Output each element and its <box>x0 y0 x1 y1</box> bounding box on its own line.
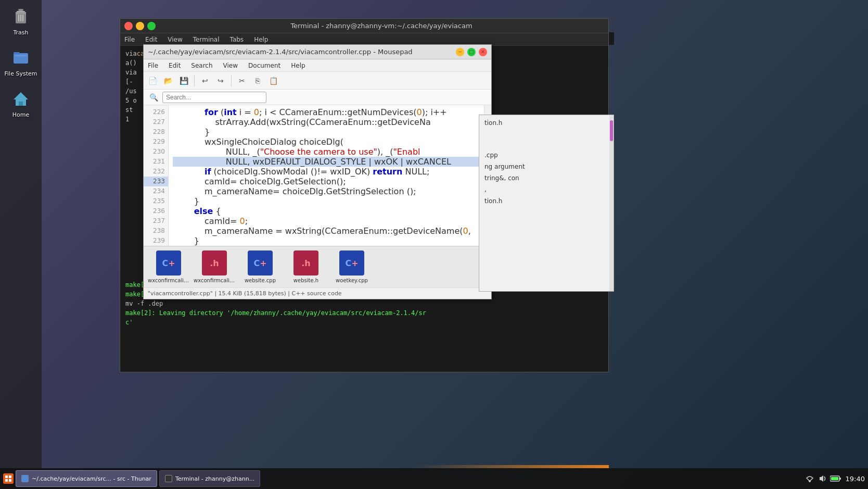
svg-rect-11 <box>19 102 23 106</box>
redo-button[interactable]: ↪ <box>214 74 227 87</box>
line-num-229: 229 <box>144 137 168 147</box>
code-line-233: NULL, wxDEFAULT_DIALOG_STYLE | wxOK | wx… <box>173 157 480 167</box>
network-icon <box>805 474 814 483</box>
trash-icon <box>10 5 32 27</box>
cut-button[interactable]: ✂ <box>235 74 249 87</box>
editor-menu-help[interactable]: Help <box>289 61 307 70</box>
start-button[interactable] <box>3 473 14 484</box>
editor-menu-file[interactable]: File <box>146 61 160 70</box>
taskbar-terminal-label: Terminal - zhanny@zhann... <box>175 475 254 482</box>
file-tab-1[interactable]: .h wxconfirmcalibration <box>194 250 235 283</box>
file-tab-icon-3: .h <box>293 250 318 275</box>
editor-max-button[interactable]: □ <box>467 48 476 56</box>
line-num-237: 237 <box>144 216 168 226</box>
terminal-taskbar-icon <box>165 475 172 482</box>
new-file-button[interactable]: 📄 <box>146 74 159 87</box>
line-num-234: 234 <box>144 186 168 196</box>
editor-min-button[interactable]: − <box>456 48 464 56</box>
editor-menu-view[interactable]: View <box>221 61 240 70</box>
svg-rect-0 <box>17 11 25 12</box>
svg-rect-13 <box>9 475 11 478</box>
volume-icon <box>818 474 827 483</box>
file-tab-icon-0: C+ <box>156 250 181 275</box>
taskbar-thunar-btn[interactable]: ~/.cache/yay/eviacam/src... - src - Thun… <box>16 470 157 487</box>
right-panel-item-5[interactable]: tring&, con <box>481 172 611 184</box>
line-num-228: 228 <box>144 127 168 137</box>
editor-status-text: "viacamcontroller.cpp" | 15.4 KiB (15,81… <box>148 290 342 297</box>
line-numbers: 226 227 228 229 230 231 232 233 234 235 … <box>144 105 169 246</box>
editor-menu-document[interactable]: Document <box>246 61 283 70</box>
code-line-239: } <box>173 196 480 206</box>
thunar-icon <box>21 475 29 482</box>
editor-menu-edit[interactable]: Edit <box>167 61 183 70</box>
right-panel-scrollbar[interactable] <box>609 115 614 291</box>
trash-desktop-icon[interactable]: Trash <box>10 5 32 36</box>
right-panel-list: tion.h .cpp ng argument tring&, con , ti… <box>479 115 614 209</box>
editor-menubar: File Edit Search View Document Help <box>144 59 491 72</box>
trash-label: Trash <box>13 29 28 36</box>
line-num-236: 236 <box>144 206 168 216</box>
search-input[interactable] <box>162 92 266 103</box>
right-panel-item-6[interactable]: , <box>481 184 611 195</box>
right-panel-item-4[interactable]: ng argument <box>481 161 611 172</box>
taskbar-time: 19:40 <box>846 475 865 483</box>
file-tab-label-3: website.h <box>293 278 318 283</box>
svg-rect-19 <box>839 478 841 480</box>
copy-button[interactable]: ⎘ <box>251 74 264 87</box>
svg-rect-1 <box>18 9 23 11</box>
code-line-232: NULL, _("Choose the camera to use"), _("… <box>173 147 480 157</box>
terminal-menu-help[interactable]: Help <box>252 36 270 43</box>
svg-rect-8 <box>14 52 20 54</box>
paste-button[interactable]: 📋 <box>266 74 280 87</box>
terminal-menu-edit[interactable]: Edit <box>143 36 159 43</box>
svg-rect-15 <box>9 479 11 482</box>
editor-win-buttons: − □ ✕ <box>456 48 487 56</box>
line-num-233: 233 <box>144 177 168 186</box>
right-panel-scroll-thumb[interactable] <box>610 120 613 141</box>
line-num-239: 239 <box>144 236 168 246</box>
term-line-12: make[2]: Leaving directory '/home/zhanny… <box>125 308 603 318</box>
editor-title: ~/.cache/yay/eviacam/src/eviacam-2.1.4/s… <box>148 48 456 56</box>
terminal-min-btn[interactable] <box>136 22 144 30</box>
right-panel-item-7[interactable]: tion.h <box>481 195 611 207</box>
term-line-13: c' <box>125 318 603 327</box>
file-tab-0[interactable]: C+ wxconfirmcalibration.c <box>148 250 189 283</box>
filesystem-desktop-icon[interactable]: File System <box>5 46 37 77</box>
right-panel-item-3[interactable]: .cpp <box>481 149 611 161</box>
code-line-238: m_cameraName= choiceDlg.GetStringSelecti… <box>173 186 480 196</box>
svg-rect-12 <box>5 475 8 478</box>
line-num-227: 227 <box>144 117 168 127</box>
right-panel-item-0[interactable]: tion.h <box>481 117 611 129</box>
svg-rect-14 <box>5 479 8 482</box>
taskbar-terminal-btn[interactable]: Terminal - zhanny@zhann... <box>159 470 260 487</box>
terminal-title: Terminal - zhanny@zhanny-vm:~/.cache/yay… <box>159 22 604 30</box>
toolbar-separator-1 <box>194 75 195 86</box>
search-icon[interactable]: 🔍 <box>148 92 159 103</box>
terminal-close-btn[interactable] <box>124 22 133 30</box>
code-line-240: else { <box>173 206 480 216</box>
file-tab-label-4: woetkey.cpp <box>336 278 368 283</box>
line-num-232: 232 <box>144 167 168 177</box>
code-line-231: wxSingleChoiceDialog choiceDlg( <box>173 137 480 147</box>
term-line-11: mv -f .dep <box>125 299 603 308</box>
file-tab-2[interactable]: C+ website.cpp <box>239 250 281 283</box>
save-file-button[interactable]: 💾 <box>177 74 190 87</box>
terminal-menu-view[interactable]: View <box>165 36 184 43</box>
terminal-menu-tabs[interactable]: Tabs <box>228 36 246 43</box>
open-file-button[interactable]: 📂 <box>161 74 175 87</box>
code-content[interactable]: for (int i = 0; i < CCameraEnum::getNumD… <box>169 105 484 246</box>
editor-menu-search[interactable]: Search <box>189 61 214 70</box>
terminal-max-btn[interactable] <box>147 22 156 30</box>
terminal-menu-file[interactable]: File <box>122 36 137 43</box>
terminal-menu-terminal[interactable]: Terminal <box>191 36 222 43</box>
code-line-243: } <box>173 236 480 246</box>
filesystem-label: File System <box>5 70 37 77</box>
taskbar-right: 19:40 <box>805 474 865 483</box>
file-tab-3[interactable]: .h website.h <box>285 250 327 283</box>
editor-toolbar: 📄 📂 💾 ↩ ↪ ✂ ⎘ 📋 <box>144 72 491 90</box>
undo-button[interactable]: ↩ <box>198 74 212 87</box>
file-tab-label-0: wxconfirmcalibration.c <box>148 278 189 283</box>
file-tab-4[interactable]: C+ woetkey.cpp <box>331 250 373 283</box>
home-desktop-icon[interactable]: Home <box>10 87 32 118</box>
editor-close-button[interactable]: ✕ <box>479 48 487 56</box>
